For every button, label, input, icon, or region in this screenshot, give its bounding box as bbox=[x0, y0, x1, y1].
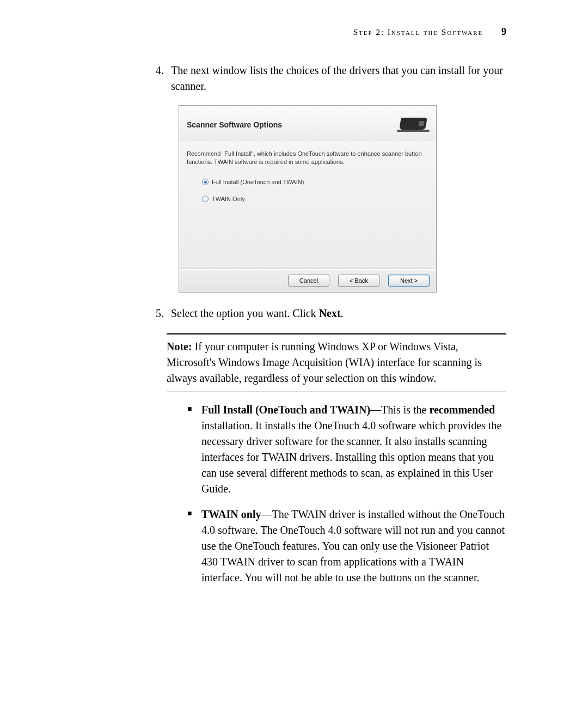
bullet1-rest: installation. It installs the OneTouch 4… bbox=[201, 419, 501, 495]
dialog-header: Scanner Software Options bbox=[179, 106, 436, 142]
note-text: If your computer is running Windows XP o… bbox=[167, 340, 482, 384]
step-4: The next window lists the choices of the… bbox=[167, 63, 506, 293]
radio-full-install-label: Full Install (OneTouch and TWAIN) bbox=[212, 178, 304, 186]
bullet-twain-only: TWAIN only—The TWAIN driver is installed… bbox=[187, 507, 506, 586]
bullet2-bold: TWAIN only bbox=[201, 508, 261, 520]
document-page: Step 2: Install the Software 9 The next … bbox=[0, 0, 588, 706]
step-5-bold: Next bbox=[319, 307, 341, 319]
step-5-post: . bbox=[341, 307, 344, 319]
bullet1-mid: —This is the bbox=[370, 404, 429, 416]
scanner-options-dialog: Scanner Software Options Recommend "Full… bbox=[179, 105, 437, 293]
step-5: Select the option you want. Click Next. bbox=[167, 306, 506, 321]
radio-icon bbox=[202, 196, 209, 202]
radio-twain-only-label: TWAIN Only bbox=[212, 195, 245, 203]
radio-twain-only[interactable]: TWAIN Only bbox=[202, 195, 428, 203]
recommend-text: Recommend "Full Install", which includes… bbox=[187, 150, 428, 166]
dialog-footer: Cancel < Back Next > bbox=[179, 269, 436, 292]
dialog-figure: Scanner Software Options Recommend "Full… bbox=[171, 105, 506, 293]
step-5-pre: Select the option you want. Click bbox=[171, 307, 319, 319]
radio-icon bbox=[202, 179, 209, 185]
bullet1-bold1: Full Install (OneTouch and TWAIN) bbox=[201, 404, 370, 416]
radio-full-install[interactable]: Full Install (OneTouch and TWAIN) bbox=[202, 178, 428, 186]
back-button[interactable]: < Back bbox=[338, 275, 379, 287]
step-4-text: The next window lists the choices of the… bbox=[171, 64, 503, 92]
running-header: Step 2: Install the Software 9 bbox=[167, 26, 506, 38]
dialog-body: Recommend "Full Install", which includes… bbox=[179, 142, 436, 269]
bullet-full-install: Full Install (OneTouch and TWAIN)—This i… bbox=[187, 402, 506, 497]
note-label: Note: bbox=[167, 340, 192, 352]
dialog-title: Scanner Software Options bbox=[187, 119, 282, 130]
scanner-icon bbox=[397, 113, 430, 136]
option-descriptions: Full Install (OneTouch and TWAIN)—This i… bbox=[187, 402, 506, 586]
next-button[interactable]: Next > bbox=[388, 275, 430, 287]
page-number: 9 bbox=[501, 26, 506, 37]
section-title: Step 2: Install the Software bbox=[353, 28, 483, 36]
bullet1-bold2: recommended bbox=[429, 404, 495, 416]
step-list: The next window lists the choices of the… bbox=[167, 63, 506, 321]
note-box: Note: If your computer is running Window… bbox=[167, 333, 506, 392]
cancel-button[interactable]: Cancel bbox=[288, 275, 329, 287]
